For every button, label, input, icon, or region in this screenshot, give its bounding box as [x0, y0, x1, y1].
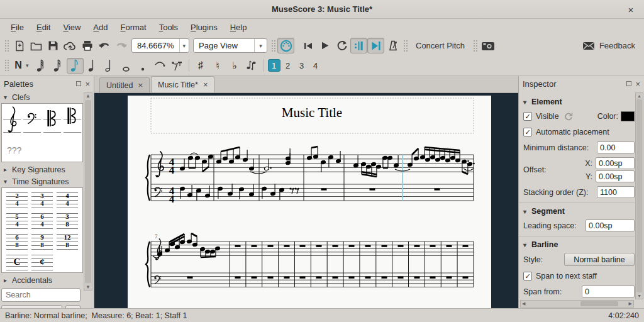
timesig-3-4-item[interactable]: 34 [31, 192, 53, 208]
undock-panel-icon[interactable] [626, 81, 631, 86]
view-mode-combo[interactable]: Page View ▾ [193, 38, 267, 53]
note-half-button[interactable] [101, 58, 118, 74]
score-page[interactable]: Music Title44447 [94, 93, 518, 308]
timesig-2-4-item[interactable]: 24 [6, 192, 28, 208]
scroll-thumb[interactable] [580, 301, 618, 306]
scroll-down-icon[interactable]: ▼ [637, 294, 641, 298]
auto-placement-checkbox[interactable]: ✓ [523, 128, 532, 136]
menu-tools[interactable]: Tools [153, 21, 184, 34]
rewind-button[interactable] [299, 38, 316, 53]
inspector-hscrollbar[interactable]: ◀ ▶ [520, 300, 634, 308]
menu-add[interactable]: Add [87, 21, 113, 34]
inspector-scrollbar[interactable]: ▲ ▼ [635, 92, 643, 299]
note-32nd-button[interactable] [33, 58, 50, 74]
scroll-thumb[interactable] [85, 100, 91, 283]
timesig-cut-item[interactable]: ¢ [31, 254, 53, 270]
chevron-down-icon[interactable]: ▾ [179, 39, 189, 52]
tie-button[interactable] [152, 58, 169, 74]
offset-x-input[interactable] [596, 157, 635, 169]
undock-panel-icon[interactable] [76, 81, 81, 86]
toolbar-grip[interactable] [403, 40, 408, 52]
toolbar-grip[interactable] [4, 40, 9, 52]
scroll-thumb[interactable] [636, 99, 642, 292]
toolbar-grip[interactable] [271, 40, 275, 52]
image-capture-button[interactable] [479, 38, 496, 53]
visible-checkbox[interactable]: ✓ [523, 112, 532, 121]
timesig-5-4-item[interactable]: 54 [6, 213, 28, 229]
palette-search-input[interactable] [1, 288, 80, 302]
tenor-clef-item[interactable] [64, 106, 81, 136]
note-input-button[interactable]: N [11, 58, 26, 74]
scroll-up-icon[interactable]: ▲ [86, 93, 91, 99]
stacking-order-input[interactable] [597, 186, 635, 198]
zoom-combo[interactable]: 84.6667% ▾ [131, 38, 189, 53]
note-16th-button[interactable] [50, 58, 67, 74]
menu-view[interactable]: View [57, 21, 86, 34]
note-quarter-button[interactable] [84, 58, 101, 74]
flat-button[interactable]: ♭ [226, 58, 243, 74]
menu-edit[interactable]: Edit [31, 21, 56, 34]
voice-4-button[interactable]: 4 [309, 59, 322, 72]
menu-format[interactable]: Format [114, 21, 152, 34]
span-from-input[interactable] [582, 286, 635, 297]
palette-section-key-signatures[interactable]: ▸ Key Signatures [0, 164, 83, 175]
note-8th-button[interactable] [67, 58, 84, 74]
flip-direction-button[interactable] [243, 58, 260, 74]
toolbar-grip[interactable] [473, 40, 477, 52]
tab-close-icon[interactable]: × [138, 80, 143, 90]
barline-style-dropdown[interactable]: Normal barline [564, 253, 635, 266]
scroll-left-icon[interactable]: ◀ [522, 301, 525, 306]
metronome-button[interactable] [384, 38, 401, 53]
play-repeats-toggle[interactable] [350, 38, 367, 53]
save-online-button[interactable] [62, 38, 79, 53]
concert-pitch-button[interactable]: Concert Pitch [409, 41, 471, 50]
palette-section-time-signatures[interactable]: ▾ Time Signatures [0, 175, 83, 187]
timesig-4-4-item[interactable]: 44 [57, 192, 78, 208]
scroll-right-icon[interactable]: ▶ [629, 301, 632, 306]
alto-clef-item[interactable] [43, 106, 61, 136]
undo-button[interactable] [96, 38, 113, 53]
voice-1-button[interactable]: 1 [268, 59, 280, 72]
span-next-staff-checkbox[interactable]: ✓ [523, 272, 532, 280]
timesig-6-8-item[interactable]: 68 [6, 233, 28, 250]
timesig-3-8-item[interactable]: 38 [57, 213, 78, 229]
save-button[interactable] [45, 38, 62, 53]
clefs-placeholder-item[interactable]: ??? [7, 145, 81, 155]
reset-icon[interactable] [564, 112, 573, 121]
min-distance-input[interactable] [597, 142, 635, 153]
barline-section-header[interactable]: ▾ Barline [523, 240, 635, 249]
bass-clef-item[interactable] [23, 106, 41, 136]
menu-file[interactable]: File [5, 21, 30, 34]
midi-input-toggle[interactable] [277, 38, 294, 53]
feedback-button[interactable] [579, 38, 598, 53]
palettes-scrollbar[interactable]: ▲ ▼ [84, 92, 92, 291]
pan-playback-toggle[interactable] [367, 38, 384, 53]
note-input-caret[interactable]: ▾ [26, 62, 29, 69]
menu-plugins[interactable]: Plugins [185, 21, 223, 34]
offset-y-input[interactable] [596, 170, 635, 182]
close-panel-icon[interactable]: × [635, 80, 640, 88]
color-swatch[interactable] [621, 111, 635, 121]
scroll-down-icon[interactable]: ▼ [86, 284, 91, 290]
tab-close-icon[interactable]: × [203, 80, 208, 89]
timesig-12-8-item[interactable]: 128 [57, 233, 78, 250]
feedback-label[interactable]: Feedback [598, 41, 641, 50]
timesig-6-4-item[interactable]: 64 [31, 213, 53, 229]
scroll-up-icon[interactable]: ▲ [637, 94, 641, 98]
close-panel-icon[interactable]: × [85, 80, 90, 88]
element-section-header[interactable]: ▾ Element [523, 97, 635, 106]
leading-space-input[interactable] [586, 219, 635, 231]
augmentation-dot-button[interactable] [135, 58, 152, 74]
rest-button[interactable] [169, 58, 186, 74]
menu-help[interactable]: Help [225, 21, 253, 34]
palette-section-accidentals[interactable]: ▸ Accidentals [0, 274, 83, 286]
note-whole-button[interactable] [118, 58, 135, 74]
loop-playback-button[interactable] [333, 38, 350, 53]
score-tab[interactable]: Untitled× [99, 77, 150, 92]
natural-button[interactable]: ♮ [209, 58, 226, 74]
chevron-down-icon[interactable]: ▾ [254, 39, 267, 52]
timesig-9-8-item[interactable]: 98 [31, 233, 53, 250]
sharp-button[interactable]: ♯ [192, 58, 209, 74]
palette-section-clefs[interactable]: ▾ Clefs [0, 91, 83, 103]
open-file-button[interactable] [28, 38, 45, 53]
